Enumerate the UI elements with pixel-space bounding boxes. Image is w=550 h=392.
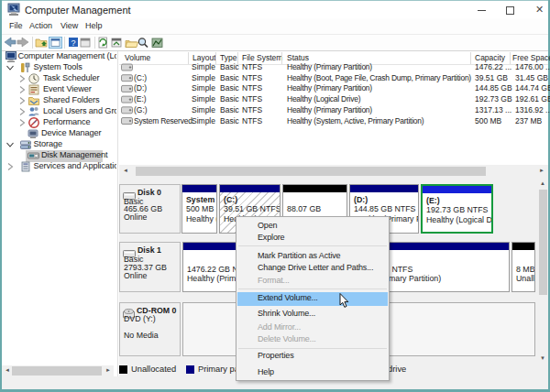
svg-text:?: ? <box>72 38 76 48</box>
